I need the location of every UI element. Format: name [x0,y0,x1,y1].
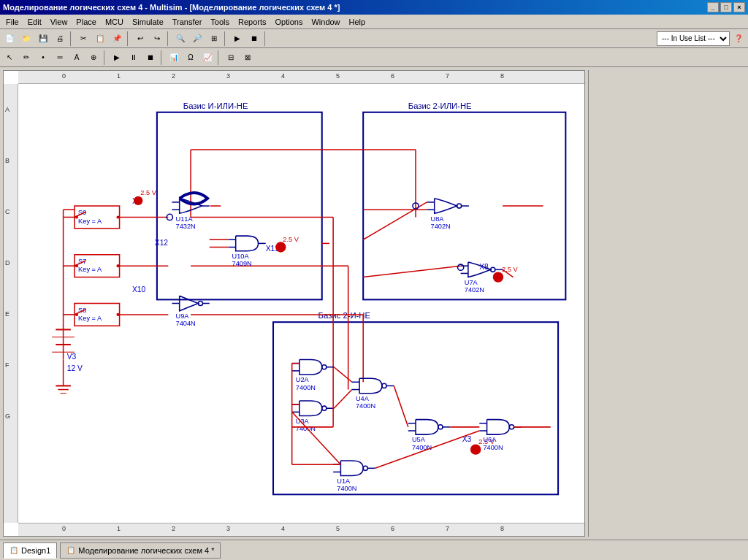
menu-options[interactable]: Options [271,16,308,28]
in-use-list-dropdown[interactable]: --- In Use List --- [657,31,730,46]
tick-1: 1 [117,72,121,80]
tb-align-right[interactable]: ⊠ [240,50,256,66]
tb-junction[interactable]: • [35,50,51,66]
sep6 [104,50,107,65]
svg-text:U5A: U5A [412,436,426,443]
btick-3: 3 [226,525,230,532]
right-panel [588,70,745,537]
sep4 [224,31,227,46]
tb-help[interactable]: ❓ [730,31,747,47]
menu-tools[interactable]: Tools [206,16,234,28]
menu-transfer[interactable]: Transfer [168,16,207,28]
tb-stop[interactable]: ⏹ [246,31,262,47]
svg-text:U4A: U4A [356,395,370,402]
canvas-area[interactable]: 0 1 2 3 4 5 6 7 8 A B C D E F G 0 1 2 3 … [3,70,585,537]
tick-e: E [5,310,9,318]
svg-point-67 [470,444,481,454]
svg-text:U1A: U1A [337,477,351,485]
svg-text:U6A: U6A [483,436,497,443]
tb-copy[interactable]: 📋 [92,31,108,47]
svg-text:12 V: 12 V [67,364,83,372]
tb-save[interactable]: 💾 [35,31,51,47]
tb-simulate-run[interactable]: ▶ [109,50,125,66]
svg-text:7409N: 7409N [232,260,252,267]
tb-print[interactable]: 🖨 [52,31,68,47]
tb-simulate-pause[interactable]: ⏸ [126,50,142,66]
sep8 [218,50,221,65]
tb-run[interactable]: ▶ [229,31,245,47]
tb-zoom-out[interactable]: 🔎 [189,31,205,47]
btick-8: 8 [500,525,504,532]
svg-text:Key = A: Key = A [78,266,102,273]
tb-component[interactable]: ⊕ [85,50,102,66]
svg-text:Базис И-ИЛИ-НЕ: Базис И-ИЛИ-НЕ [183,101,248,110]
svg-text:7402N: 7402N [465,286,484,294]
btick-5: 5 [336,525,340,532]
tb-open[interactable]: 📁 [18,31,34,47]
svg-text:V3: V3 [67,353,77,361]
tb-undo[interactable]: ↩ [132,31,148,47]
svg-text:U7A: U7A [465,279,478,286]
tick-3: 3 [226,72,230,80]
sep3 [167,31,170,46]
tb-bus[interactable]: ═ [52,50,68,66]
btick-7: 7 [446,525,449,532]
main-area: 0 1 2 3 4 5 6 7 8 A B C D E F G 0 1 2 3 … [0,67,748,540]
maximize-button[interactable]: □ [720,2,732,12]
sep2 [127,31,130,46]
schematic-label: Моделирование логических схем 4 * [78,546,214,555]
svg-text:U8A: U8A [431,215,445,223]
title-buttons[interactable]: _ □ × [707,2,745,12]
svg-point-22 [75,215,78,218]
tb-oscilloscope[interactable]: 📊 [166,50,182,66]
circuit-drawing-area[interactable]: Базис И-ИЛИ-НЕ Базис 2-ИЛИ-НЕ Базис 2-И-… [18,84,584,523]
close-button[interactable]: × [733,2,745,12]
menu-mcu[interactable]: MCU [101,16,128,28]
circuit-svg: Базис И-ИЛИ-НЕ Базис 2-ИЛИ-НЕ Базис 2-И-… [18,84,584,523]
menu-reports[interactable]: Reports [234,16,271,28]
tab-design1[interactable]: 📋 Design1 [3,542,57,559]
tb-redo[interactable]: ↪ [149,31,165,47]
svg-text:Базис 2-ИЛИ-НЕ: Базис 2-ИЛИ-НЕ [408,101,472,110]
tb-new[interactable]: 📄 [1,31,18,47]
tick-6: 6 [391,72,394,80]
title-bar: Моделирование логических схем 4 - Multis… [0,0,748,15]
schematic-icon: 📋 [66,546,75,554]
menu-window[interactable]: Window [307,16,344,28]
btick-0: 0 [62,525,66,532]
tb-zoom-fit[interactable]: ⊞ [206,31,222,47]
svg-text:2.5 V: 2.5 V [140,189,156,196]
btick-2: 2 [172,525,175,532]
svg-text:Key = A: Key = A [78,218,102,225]
tick-2: 2 [172,72,175,80]
tb-cut[interactable]: ✂ [75,31,91,47]
svg-point-23 [116,215,119,218]
menu-view[interactable]: View [46,16,72,28]
tick-0: 0 [62,72,66,80]
tb-wire[interactable]: ✏ [18,50,34,66]
svg-text:7402N: 7402N [431,223,451,230]
minimize-button[interactable]: _ [707,2,719,12]
tb-simulate-stop[interactable]: ⏹ [142,50,159,66]
tab-schematic[interactable]: 📋 Моделирование логических схем 4 * [60,542,221,559]
tb-multimeter[interactable]: Ω [183,50,199,66]
svg-point-28 [75,264,78,267]
menu-help[interactable]: Help [345,16,370,28]
tb-zoom-in[interactable]: 🔍 [172,31,188,47]
menu-edit[interactable]: Edit [23,16,46,28]
menu-simulate[interactable]: Simulate [128,16,168,28]
menu-file[interactable]: File [1,16,23,28]
tick-c: C [5,208,10,215]
tb-logic-analyzer[interactable]: 📈 [199,50,215,66]
tb-label[interactable]: A [69,50,85,66]
svg-text:U2A: U2A [296,376,310,383]
tb-paste[interactable]: 📌 [109,31,125,47]
svg-text:U10A: U10A [232,253,250,260]
ruler-left: A B C D E F G [4,84,18,523]
menu-place[interactable]: Place [72,16,101,28]
tb-pointer[interactable]: ↖ [1,50,18,66]
tick-8: 8 [500,72,504,80]
svg-point-35 [116,313,119,316]
tick-a: A [5,106,9,113]
tb-align-left[interactable]: ⊟ [223,50,239,66]
